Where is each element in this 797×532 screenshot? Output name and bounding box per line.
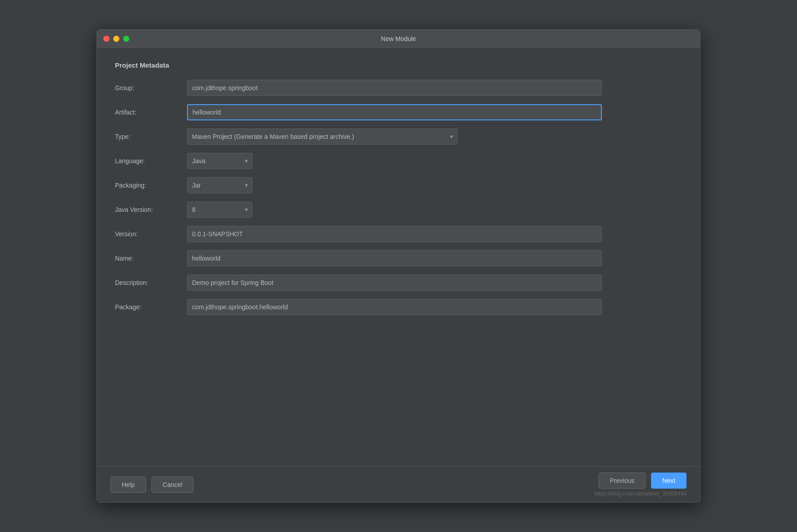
group-row: Group: <box>115 80 682 96</box>
name-label: Name: <box>115 255 187 262</box>
bottom-bar: Help Cancel Previous Next https://blog.c… <box>97 466 700 502</box>
previous-button[interactable]: Previous <box>599 472 646 489</box>
group-input[interactable] <box>187 80 602 96</box>
language-select-wrapper: Java Kotlin Groovy ▼ <box>187 153 252 169</box>
type-label: Type: <box>115 133 187 140</box>
packaging-select-wrapper: Jar War ▼ <box>187 177 252 193</box>
packaging-label: Packaging: <box>115 182 187 189</box>
type-row: Type: Maven Project (Generate a Maven ba… <box>115 128 682 145</box>
type-select-wrapper: Maven Project (Generate a Maven based pr… <box>187 128 458 145</box>
version-input[interactable] <box>187 226 602 242</box>
close-button[interactable] <box>103 36 110 42</box>
package-input[interactable] <box>187 299 602 315</box>
version-row: Version: <box>115 226 682 242</box>
type-select[interactable]: Maven Project (Generate a Maven based pr… <box>187 128 458 145</box>
artifact-label: Artifact: <box>115 109 187 116</box>
navigation-buttons: Previous Next <box>599 472 687 489</box>
artifact-row: Artifact: <box>115 104 682 120</box>
package-label: Package: <box>115 303 187 311</box>
java-version-row: Java Version: 8 11 17 ▼ <box>115 202 682 218</box>
footer-url: https://blog.csdn.net/weixin_36908494 <box>595 491 687 497</box>
java-version-label: Java Version: <box>115 206 187 213</box>
language-select[interactable]: Java Kotlin Groovy <box>187 153 252 169</box>
name-input[interactable] <box>187 250 602 266</box>
group-label: Group: <box>115 84 187 92</box>
help-button[interactable]: Help <box>110 477 146 493</box>
traffic-lights <box>103 36 129 42</box>
name-row: Name: <box>115 250 682 266</box>
minimize-button[interactable] <box>113 36 119 42</box>
next-button[interactable]: Next <box>651 472 687 489</box>
description-input[interactable] <box>187 275 602 291</box>
language-label: Language: <box>115 157 187 165</box>
language-row: Language: Java Kotlin Groovy ▼ <box>115 153 682 169</box>
bottom-left-buttons: Help Cancel <box>110 477 193 493</box>
bottom-right-container: Previous Next https://blog.csdn.net/weix… <box>595 472 687 497</box>
main-content: Project Metadata Group: Artifact: Type: … <box>97 48 700 466</box>
packaging-select[interactable]: Jar War <box>187 177 252 193</box>
window-title: New Module <box>381 35 416 42</box>
java-version-select-wrapper: 8 11 17 ▼ <box>187 202 252 218</box>
description-label: Description: <box>115 279 187 286</box>
description-row: Description: <box>115 275 682 291</box>
package-row: Package: <box>115 299 682 315</box>
new-module-window: New Module Project Metadata Group: Artif… <box>96 29 701 503</box>
java-version-select[interactable]: 8 11 17 <box>187 202 252 218</box>
title-bar: New Module <box>97 30 700 48</box>
section-title: Project Metadata <box>115 61 682 69</box>
artifact-input[interactable] <box>187 104 602 120</box>
cancel-button[interactable]: Cancel <box>151 477 194 493</box>
packaging-row: Packaging: Jar War ▼ <box>115 177 682 193</box>
version-label: Version: <box>115 230 187 238</box>
maximize-button[interactable] <box>123 36 129 42</box>
